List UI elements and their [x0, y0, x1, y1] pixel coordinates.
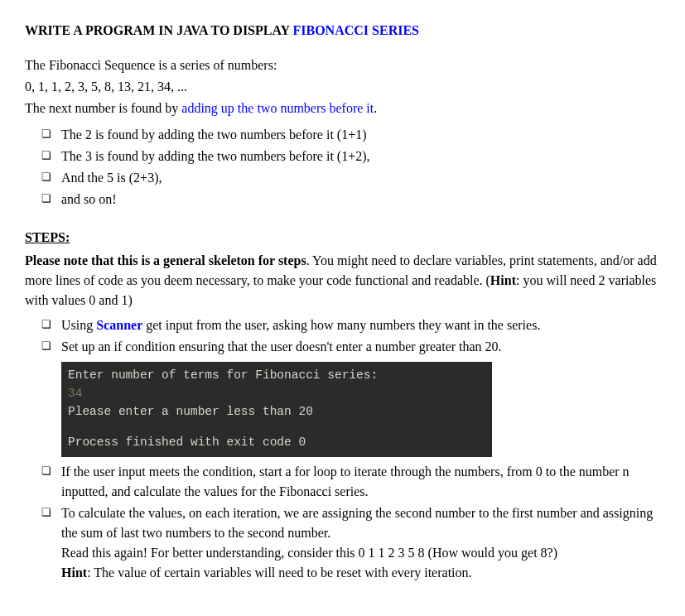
code-line: Process finished with exit code 0 [68, 434, 485, 452]
code-line: Enter number of terms for Fibonacci seri… [68, 367, 485, 385]
intro-line-2: 0, 1, 1, 2, 3, 5, 8, 13, 21, 34, ... [25, 77, 660, 97]
list-item: and so on! [41, 190, 660, 209]
intro-line-1: The Fibonacci Sequence is a series of nu… [25, 55, 660, 75]
code-spacer [68, 421, 485, 434]
steps-bullets-top: Using Scanner get input from the user, a… [41, 315, 660, 357]
steps-heading: STEPS: [25, 228, 660, 248]
page-title: WRITE A PROGRAM IN JAVA TO DISPLAY FIBON… [25, 21, 660, 41]
document-body: WRITE A PROGRAM IN JAVA TO DISPLAY FIBON… [25, 21, 660, 583]
list-item: To calculate the values, on each iterati… [41, 503, 660, 583]
list-item: Set up an if condition ensuring that the… [41, 337, 660, 357]
steps-note: Please note that this is a general skele… [25, 251, 660, 310]
list-item: And the 5 is (2+3), [41, 168, 660, 188]
steps-bullets-bottom: If the user input meets the condition, s… [41, 462, 660, 583]
title-prefix: WRITE A PROGRAM IN JAVA TO DISPLAY [25, 23, 293, 37]
list-item: Using Scanner get input from the user, a… [41, 315, 660, 335]
scanner-link: Scanner [96, 318, 142, 332]
intro-block: The Fibonacci Sequence is a series of nu… [25, 55, 660, 118]
list-item: If the user input meets the condition, s… [41, 462, 660, 502]
intro-line-3: The next number is found by adding up th… [25, 99, 660, 118]
code-line: Please enter a number less than 20 [68, 403, 485, 421]
title-highlight: FIBONACCI SERIES [293, 23, 419, 37]
code-line: 34 [68, 385, 485, 403]
console-output: Enter number of terms for Fibonacci seri… [61, 362, 492, 457]
list-item: The 3 is found by adding the two numbers… [41, 147, 660, 166]
intro-bullets: The 2 is found by adding the two numbers… [41, 125, 660, 209]
adding-link: adding up the two numbers before it [181, 101, 374, 115]
list-item: The 2 is found by adding the two numbers… [41, 125, 660, 145]
